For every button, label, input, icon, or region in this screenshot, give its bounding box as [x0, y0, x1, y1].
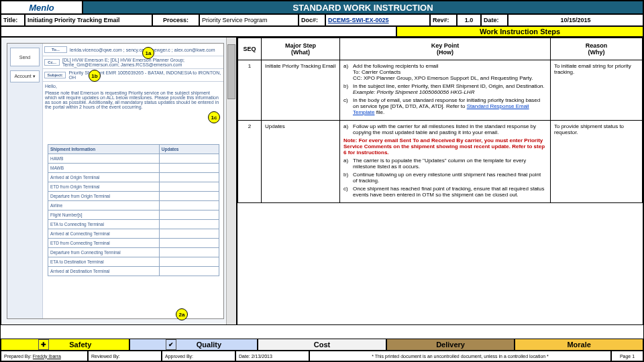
how-2-note: Note: For every email Sent To and Receiv…: [343, 137, 547, 156]
ms-row: HAWB: [48, 154, 160, 164]
email-side: Send Account ▾: [7, 44, 43, 318]
scroll-thumb[interactable]: [227, 44, 235, 99]
signoff: Prepared By: Freddy Ibarra Reviewed By: …: [1, 351, 643, 361]
account-button[interactable]: Account ▾: [10, 70, 40, 82]
ms-row: Arrived at Origin Terminal: [48, 173, 160, 182]
why-2: To provide shipment status to requestor.: [551, 121, 643, 203]
prep-by: Prepared By: Freddy Ibarra: [1, 351, 88, 361]
why-1: To initiate email string for priority tr…: [551, 60, 643, 121]
to-label[interactable]: To...: [44, 46, 67, 53]
screenshot: Send Account ▾ To...lerida.vicenco@qwe.c…: [1, 37, 237, 325]
doc-label: Doc#:: [299, 14, 325, 26]
check-icon: ✔: [166, 339, 176, 350]
banner: Menlo STANDARD WORK INSTRUCTION: [1, 1, 643, 14]
how-2a-l: a): [343, 123, 353, 129]
how-1a-t: Add the following recipients to email To…: [353, 63, 545, 81]
seq-1: 1: [238, 60, 262, 121]
ms-col1: Shipment Information: [48, 145, 160, 154]
how-2c-l: c): [343, 186, 353, 192]
wis-spacer: [1, 26, 396, 37]
how-2b-t: Continue following up on every milestone…: [353, 172, 545, 184]
pillar-morale: Morale: [515, 339, 643, 351]
doc-value: DCEMS-SWI-EX-0025: [325, 14, 430, 26]
ms-row: ETA to Connecting Terminal: [48, 220, 160, 229]
seq-2: 2: [238, 121, 262, 203]
pillar-safety: ✚Safety: [1, 339, 129, 351]
pillar-cost: Cost: [258, 339, 386, 351]
ms-row: Departure from Origin Terminal: [48, 192, 160, 201]
date-value: 10/15/2015: [508, 14, 643, 26]
callout-1a: 1a: [142, 47, 154, 59]
date-label: Date:: [481, 14, 508, 26]
wis-title: Work Instruction Steps: [396, 26, 643, 37]
what-2: Updates: [262, 121, 340, 203]
subject-label: Subject:: [44, 72, 66, 78]
how-2c-t: Once shipment has reached final point of…: [353, 186, 545, 198]
how-2a2-l: a): [343, 158, 353, 164]
ms-row: Arrived at Destination Terminal: [48, 267, 160, 276]
how-1c-t: In the body of email, use standard respo…: [353, 97, 545, 115]
app-by: Approved By:: [162, 351, 235, 361]
email-body[interactable]: Hello, Please note that Emerson is reque…: [42, 81, 223, 112]
footer: ✚Safety ✔Quality Cost Delivery Morale Pr…: [1, 339, 643, 361]
body: Send Account ▾ To...lerida.vicenco@qwe.c…: [1, 37, 643, 325]
send-button[interactable]: Send: [10, 48, 40, 66]
milestone-table: Shipment InformationUpdates HAWB MAWB Ar…: [48, 144, 219, 276]
page-num: Page 1: [611, 351, 643, 361]
rev-label: Rev#:: [430, 14, 457, 26]
plus-icon: ✚: [38, 339, 49, 350]
ms-row: Flight Number[s]: [48, 210, 160, 220]
col-what: Major Step (What): [262, 38, 340, 60]
email-rows: To...lerida.vicenco@qwe.com ; sency.cap@…: [42, 44, 223, 82]
cc-value[interactable]: [DL] HVW Emerson E; [DL] HVW Emerson Pla…: [62, 58, 221, 67]
steps-table: SEQ Major Step (What) Key Point (How) Re…: [237, 37, 643, 325]
how-2: a)Follow up with the carrier for all mil…: [340, 121, 551, 203]
step-row: 2 Updates a)Follow up with the carrier f…: [238, 121, 643, 203]
process-label: Process:: [152, 14, 199, 26]
scrollbar[interactable]: [226, 38, 236, 324]
pillars: ✚Safety ✔Quality Cost Delivery Morale: [1, 339, 643, 351]
meta-row: Title: Initiating Priority Tracking Emai…: [1, 14, 643, 26]
col-seq: SEQ: [238, 38, 262, 60]
how-2b-l: b): [343, 172, 353, 178]
how-1c-l: c): [343, 97, 353, 103]
pillar-quality: ✔Quality: [129, 339, 258, 351]
title-label: Title:: [1, 14, 25, 26]
banner-title: STANDARD WORK INSTRUCTION: [83, 1, 643, 14]
step-row: 1 Initiate Priority Tracking Email a)Add…: [238, 60, 643, 121]
wis-row: Work Instruction Steps: [1, 26, 643, 37]
callout-1b: 1b: [89, 70, 101, 82]
what-1: Initiate Priority Tracking Email: [262, 60, 340, 121]
email-window: Send Account ▾ To...lerida.vicenco@qwe.c…: [7, 43, 224, 319]
how-2a2-t: The carrier is to populate the "Updates"…: [353, 158, 545, 170]
ms-col2: Updates: [159, 145, 219, 154]
ms-row: Arrived at Connecting Terminal: [48, 229, 160, 239]
ms-row: ETA to Destination Terminal: [48, 257, 160, 267]
ms-row: Airline: [48, 201, 160, 210]
email-greeting: Hello,: [45, 84, 221, 88]
how-1: a)Add the following recipients to email …: [340, 60, 551, 121]
title-value: Initiating Priority Tracking Email: [25, 14, 152, 26]
col-how: Key Point (How): [340, 38, 551, 60]
subject-row: Subject:Priority Shipment EMR 1005039265…: [42, 69, 223, 82]
how-1b-l: b): [343, 83, 353, 89]
process-value: Priority Service Program: [199, 14, 299, 26]
pillar-delivery: Delivery: [386, 339, 515, 351]
sig-date: Date: 2/13/2013: [235, 351, 309, 361]
page: Menlo STANDARD WORK INSTRUCTION Title: I…: [0, 0, 644, 362]
how-2a-t: Follow up with the carrier for all miles…: [353, 123, 545, 135]
callout-1c: 1c: [208, 111, 220, 123]
col-why: Reason (Why): [551, 38, 643, 60]
cc-label[interactable]: Cc...: [44, 59, 60, 66]
ms-row: ETD from Connecting Terminal: [48, 239, 160, 248]
ms-row: ETD from Origin Terminal: [48, 182, 160, 192]
email-body-text: Please note that Emerson is requesting P…: [45, 90, 221, 109]
logo: Menlo: [1, 1, 83, 14]
ms-row: MAWB: [48, 164, 160, 173]
disclaimer: * This printed document is an uncontroll…: [309, 351, 611, 361]
callout-2a: 2a: [176, 308, 188, 320]
cc-row: Cc...[DL] HVW Emerson E; [DL] HVW Emerso…: [42, 56, 223, 69]
rev-value: 1.0: [457, 14, 481, 26]
how-1b-t: In the subject line, enter Priority, the…: [353, 83, 545, 95]
ms-row: Departure from Connecting Terminal: [48, 248, 160, 257]
